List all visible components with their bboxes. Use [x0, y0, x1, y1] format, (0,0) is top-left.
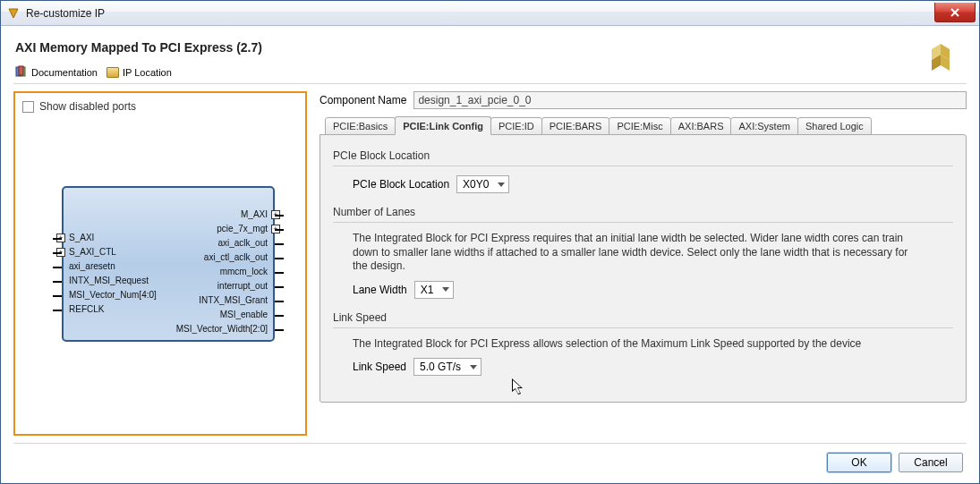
chevron-down-icon — [470, 365, 477, 369]
close-button[interactable] — [934, 3, 976, 22]
block-location-row: PCIe Block Location X0Y0 — [353, 175, 953, 193]
cursor-icon — [512, 378, 526, 396]
component-name-label: Component Name — [320, 94, 406, 106]
port-s-axi-ctl: +S_AXI_CTL — [69, 247, 116, 257]
chevron-down-icon — [442, 287, 449, 292]
tab-pcie-bars[interactable]: PCIE:BARS — [541, 117, 610, 135]
lane-width-select[interactable]: X1 — [414, 281, 455, 299]
port-stub — [275, 329, 284, 331]
book-icon — [15, 65, 28, 80]
ip-location-label: IP Location — [123, 67, 172, 78]
separator — [333, 222, 953, 223]
dialog-window: Re-customize IP AXI Memory Mapped To PCI… — [0, 0, 980, 484]
tab-body-link-config: PCIe Block Location PCIe Block Location … — [320, 134, 967, 403]
body-row: Show disabled ports +S_AXI+S_AXI_CTLaxi_… — [13, 91, 967, 436]
port-mmcm-lock: mmcm_lock — [220, 267, 268, 276]
preview-panel: Show disabled ports +S_AXI+S_AXI_CTLaxi_… — [13, 91, 307, 436]
tab-axi-system[interactable]: AXI:System — [730, 117, 797, 135]
port-msi-vector-num-4-0-: MSI_Vector_Num[4:0] — [69, 290, 157, 300]
port-intx-msi-request: INTX_MSI_Request — [69, 276, 149, 285]
lanes-note: The Integrated Block for PCI Express req… — [353, 232, 916, 274]
separator — [333, 327, 953, 328]
lane-width-row: Lane Width X1 — [353, 281, 953, 299]
documentation-label: Documentation — [31, 67, 98, 78]
link-speed-row: Link Speed 5.0 GT/s — [353, 358, 953, 376]
toolbar: Documentation IP Location — [13, 64, 967, 84]
show-disabled-label: Show disabled ports — [39, 100, 136, 113]
port-intx-msi-grant: INTX_MSI_Grant — [199, 295, 268, 305]
tabs-container: PCIE:BasicsPCIE:Link ConfigPCIE:IDPCIE:B… — [320, 116, 967, 403]
port-stub — [275, 301, 284, 302]
config-panel: Component Name PCIE:BasicsPCIE:Link Conf… — [320, 91, 967, 436]
vendor-logo — [920, 40, 961, 83]
ip-location-link[interactable]: IP Location — [105, 67, 174, 78]
link-speed-select[interactable]: 5.0 GT/s — [413, 358, 481, 376]
svg-marker-12 — [513, 380, 521, 394]
tab-axi-bars[interactable]: AXI:BARS — [670, 117, 732, 135]
chevron-down-icon — [498, 183, 505, 187]
dialog-footer: OK Cancel — [13, 443, 967, 474]
page-title: AXI Memory Mapped To PCI Express (2.7) — [13, 37, 967, 64]
block-location-label: PCIe Block Location — [353, 178, 449, 191]
port-stub — [53, 238, 62, 240]
documentation-link[interactable]: Documentation — [13, 65, 99, 80]
lane-width-value: X1 — [421, 284, 434, 296]
port-stub — [275, 243, 284, 245]
port-axi-aresetn: axi_aresetn — [69, 261, 115, 271]
port-msi-enable: MSI_enable — [220, 310, 268, 319]
separator — [333, 166, 953, 166]
port-stub — [275, 258, 284, 259]
block-location-section-label: PCIe Block Location — [333, 149, 953, 162]
port-stub — [275, 286, 284, 288]
port-stub — [275, 315, 284, 317]
link-speed-note: The Integrated Block for PCI Express all… — [353, 337, 916, 352]
port-m-axi: M_AXI+ — [241, 209, 268, 219]
tab-pcie-misc[interactable]: PCIE:Misc — [609, 117, 670, 135]
port-stub — [53, 310, 62, 311]
svg-marker-11 — [512, 378, 523, 395]
checkbox-icon — [22, 101, 34, 113]
link-speed-label: Link Speed — [353, 361, 406, 373]
port-axi-ctl-aclk-out: axi_ctl_aclk_out — [204, 252, 268, 262]
folder-icon — [107, 67, 119, 78]
close-icon — [950, 8, 960, 17]
port-stub — [53, 295, 62, 297]
port-pcie-7x-mgt: pcie_7x_mgt+ — [217, 224, 268, 234]
port-s-axi: +S_AXI — [69, 233, 94, 242]
port-stub — [53, 252, 62, 254]
block-location-select[interactable]: X0Y0 — [456, 175, 509, 193]
port-refclk: REFCLK — [69, 304, 104, 314]
port-stub — [275, 215, 284, 217]
svg-rect-10 — [19, 66, 23, 75]
cancel-button[interactable]: Cancel — [899, 453, 963, 472]
window-title: Re-customize IP — [26, 7, 105, 20]
port-stub — [53, 281, 62, 283]
tab-pcie-basics[interactable]: PCIE:Basics — [325, 117, 396, 135]
show-disabled-ports-checkbox[interactable]: Show disabled ports — [22, 98, 298, 116]
svg-marker-0 — [9, 9, 18, 18]
tab-pcie-link-config[interactable]: PCIE:Link Config — [395, 116, 491, 135]
port-interrupt-out: interrupt_out — [217, 281, 268, 291]
content-area: AXI Memory Mapped To PCI Express (2.7) — [1, 26, 979, 483]
lanes-section-label: Number of Lanes — [333, 206, 953, 218]
component-name-input[interactable] — [413, 91, 967, 109]
port-stub — [53, 267, 62, 268]
ip-block: +S_AXI+S_AXI_CTLaxi_aresetnINTX_MSI_Requ… — [62, 186, 275, 342]
tab-pcie-id[interactable]: PCIE:ID — [490, 117, 542, 135]
link-speed-section-label: Link Speed — [333, 311, 953, 324]
port-msi-vector-width-2-0-: MSI_Vector_Width[2:0] — [176, 324, 268, 334]
port-stub — [275, 272, 284, 274]
component-name-row: Component Name — [320, 91, 967, 116]
port-stub — [275, 229, 284, 231]
port-axi-aclk-out: axi_aclk_out — [217, 238, 268, 248]
ok-button[interactable]: OK — [827, 453, 891, 472]
link-speed-value: 5.0 GT/s — [420, 361, 461, 373]
tabs-row: PCIE:BasicsPCIE:Link ConfigPCIE:IDPCIE:B… — [320, 116, 967, 135]
titlebar: Re-customize IP — [1, 1, 979, 26]
app-icon — [6, 6, 21, 21]
tab-shared-logic[interactable]: Shared Logic — [797, 117, 872, 135]
ip-diagram: +S_AXI+S_AXI_CTLaxi_aresetnINTX_MSI_Requ… — [22, 116, 298, 427]
block-location-value: X0Y0 — [463, 178, 489, 191]
lane-width-label: Lane Width — [353, 284, 407, 296]
